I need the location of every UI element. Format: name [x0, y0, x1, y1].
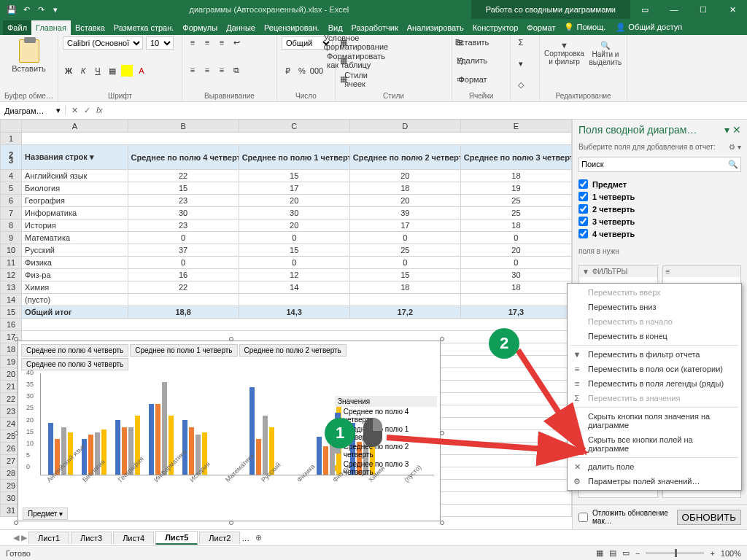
tab-data[interactable]: Данные [222, 20, 260, 35]
tab-view[interactable]: Вид [324, 20, 347, 35]
tab-home[interactable]: Главная [31, 20, 71, 35]
field-checkbox[interactable]: 3 четверть [578, 215, 741, 228]
pane-close-icon[interactable]: ▾ ✕ [724, 124, 741, 136]
align-right-icon[interactable]: ≡ [216, 64, 228, 76]
sheet-tab[interactable]: Лист4 [113, 532, 154, 544]
field-checkbox[interactable]: 1 четверть [578, 190, 741, 203]
bold-button[interactable]: Ж [63, 65, 74, 77]
tab-review[interactable]: Рецензирован. [260, 20, 324, 35]
tab-layout[interactable]: Разметка стран. [109, 20, 179, 35]
name-box[interactable]: Диаграм…▾ [0, 106, 66, 115]
percent-icon[interactable]: % [296, 65, 308, 77]
save-icon[interactable]: 💾 [6, 4, 18, 15]
worksheet[interactable]: ABCDE123Названия строк ▾Среднее по полю … [0, 120, 572, 529]
callout-1: 1 [325, 418, 355, 448]
sum-icon[interactable]: Σ [515, 36, 527, 48]
view-break-icon[interactable]: ▭ [622, 548, 630, 558]
share-button[interactable]: 👤 Общий доступ [610, 20, 688, 35]
cond-format-button[interactable]: ▦ Условное форматирование [340, 36, 447, 48]
font-color-button[interactable]: А [136, 65, 147, 77]
enter-icon[interactable]: ✓ [84, 106, 90, 115]
ribbon-tabs: Файл Главная Вставка Разметка стран. Фор… [0, 19, 747, 35]
sheet-tab[interactable]: Лист1 [28, 532, 69, 544]
chart-field-button[interactable]: Среднее по полю 3 четверть [21, 358, 128, 370]
zoom-slider[interactable] [646, 552, 704, 554]
format-table-button[interactable]: ▦ Форматировать как таблицу [340, 55, 447, 66]
formula-input[interactable] [109, 105, 747, 116]
tab-help[interactable]: 💡 Помощ. [560, 20, 610, 35]
minimize-icon[interactable]: — [659, 5, 689, 15]
add-sheet-button[interactable]: ⊕ [251, 533, 266, 542]
chevron-down-icon[interactable]: ▾ [56, 106, 61, 115]
paste-button[interactable]: Вставить [4, 36, 53, 76]
insert-button[interactable]: ⊞ Вставить [457, 36, 506, 48]
italic-button[interactable]: К [77, 65, 89, 77]
undo-icon[interactable]: ↶ [20, 4, 32, 15]
tab-developer[interactable]: Разработчик [347, 20, 403, 35]
font-size-select[interactable]: 10 [146, 36, 174, 50]
align-bot-icon[interactable]: ≡ [216, 36, 228, 48]
cancel-icon[interactable]: ✕ [71, 106, 78, 115]
chart-field-button[interactable]: Среднее по полю 1 четверть [130, 344, 237, 357]
sheet-tab[interactable]: Лист5 [155, 531, 198, 545]
qat-more-icon[interactable]: ▾ [50, 4, 61, 15]
tab-insert[interactable]: Вставка [71, 20, 109, 35]
view-layout-icon[interactable]: ▤ [609, 548, 616, 558]
ribbon-options-icon[interactable]: ▭ [630, 5, 659, 15]
tab-formulas[interactable]: Формулы [178, 20, 222, 35]
close-icon[interactable]: ✕ [718, 5, 747, 15]
defer-label: Отложить обновление мак… [592, 509, 673, 525]
align-center-icon[interactable]: ≡ [201, 64, 213, 76]
sheet-tab[interactable]: Лист3 [71, 532, 112, 544]
chart-field-button[interactable]: Среднее по полю 4 четверть [21, 344, 128, 357]
align-top-icon[interactable]: ≡ [187, 36, 198, 48]
mouse-icon [363, 418, 382, 447]
comma-icon[interactable]: 000 [311, 65, 322, 77]
gear-icon[interactable]: ⚙ ▾ [729, 143, 741, 151]
fill-icon[interactable]: ▾ [515, 58, 527, 69]
zoom-level[interactable]: 100% [721, 549, 741, 558]
tab-file[interactable]: Файл [3, 20, 31, 35]
redo-icon[interactable]: ↷ [35, 4, 47, 15]
update-button[interactable]: ОБНОВИТЬ [677, 510, 741, 525]
find-select-button[interactable]: 🔍 Найти и выделить [589, 41, 622, 66]
align-left-icon[interactable]: ≡ [187, 64, 198, 76]
field-checkbox[interactable]: 2 четверть [578, 203, 741, 215]
tab-analyze[interactable]: Анализировать [403, 20, 468, 35]
field-checkbox[interactable]: 4 четверть [578, 228, 741, 240]
tab-format[interactable]: Формат [522, 20, 560, 35]
view-normal-icon[interactable]: ▦ [596, 548, 603, 558]
clear-icon[interactable]: ◇ [515, 79, 527, 90]
group-edit: Редактирование [544, 92, 622, 101]
tab-designer[interactable]: Конструктор [468, 20, 523, 35]
zoom-in-icon[interactable]: + [710, 549, 714, 558]
format-button[interactable]: ▭ Формат [457, 74, 506, 85]
wrap-text-button[interactable]: ↩ [231, 36, 242, 48]
ribbon: Вставить Буфер обме… Calibri (Основної 1… [0, 35, 747, 102]
menu-field-settings[interactable]: ⚙Параметры полей значений… [568, 474, 741, 489]
menu-move-down[interactable]: Переместить вниз [568, 300, 741, 314]
font-name-select[interactable]: Calibri (Основної [63, 36, 143, 50]
chart-field-button[interactable]: Среднее по полю 2 четверть [239, 344, 347, 357]
border-button[interactable]: ▦ [107, 65, 118, 77]
sort-filter-button[interactable]: ▼ Сортировка и фильтр [544, 41, 584, 66]
fill-color-button[interactable] [121, 65, 133, 77]
align-mid-icon[interactable]: ≡ [201, 36, 213, 48]
cell-styles-button[interactable]: ▦ Стили ячеек [340, 74, 447, 85]
group-align: Выравнивание [187, 92, 272, 101]
delete-button[interactable]: ⊟ Удалить [457, 55, 506, 66]
field-checkbox[interactable]: Предмет [578, 178, 741, 190]
field-search[interactable]: Поиск🔍 [578, 157, 741, 172]
currency-icon[interactable]: ₽ [282, 65, 293, 77]
sheet-more[interactable]: … [241, 534, 249, 542]
chart-filter-button[interactable]: Предмет ▾ [23, 508, 68, 520]
maximize-icon[interactable]: ☐ [689, 5, 718, 15]
defer-checkbox[interactable] [578, 513, 588, 522]
merge-button[interactable]: ⧉ [231, 64, 242, 76]
fx-icon[interactable]: fx [96, 106, 103, 115]
underline-button[interactable]: Ч [92, 65, 104, 77]
callout-2: 2 [489, 328, 519, 359]
sheet-tab[interactable]: Лист2 [199, 532, 240, 544]
zoom-out-icon[interactable]: − [635, 549, 640, 558]
group-number: Число [282, 92, 330, 101]
